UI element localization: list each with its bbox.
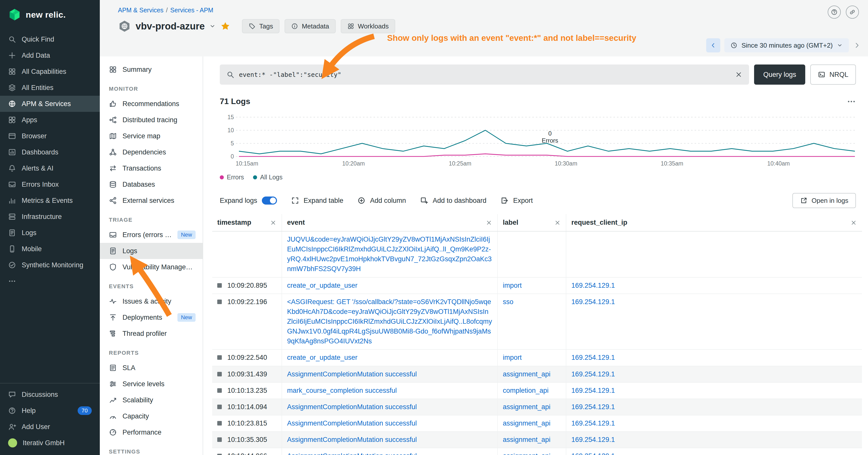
column-header-event[interactable]: event — [282, 214, 497, 231]
sidebar-item-errors-inbox[interactable]: Errors Inbox — [0, 176, 100, 193]
sidebar-item-logs[interactable]: Logs — [0, 225, 100, 241]
tags-chip[interactable]: Tags — [242, 19, 279, 33]
entity-switcher-chevron-icon[interactable] — [209, 23, 216, 30]
column-header-timestamp[interactable]: timestamp — [212, 214, 282, 231]
log-row[interactable]: 10:09:31.439AssignmentCompletionMutation… — [212, 366, 862, 383]
sidebar-item-help[interactable]: Help70 — [0, 402, 100, 419]
expand-table-button[interactable]: Expand table — [291, 196, 343, 204]
subnav-item-vulnerability-management[interactable]: Vulnerability Management — [100, 259, 203, 275]
log-event-link[interactable]: mark_course_completion successful — [287, 387, 397, 394]
sidebar-item-apm-services[interactable]: APM & Services — [0, 96, 100, 112]
query-logs-button[interactable]: Query logs — [754, 65, 805, 85]
log-label-link[interactable]: assignment_api — [503, 452, 551, 455]
subnav-item-service-map[interactable]: Service map — [100, 128, 203, 144]
log-row[interactable]: 10:09:20.895create_or_update_userimport1… — [212, 278, 862, 294]
subnav-item-distributed-tracing[interactable]: Distributed tracing — [100, 112, 203, 128]
newrelic-logo[interactable]: new relic. — [0, 0, 100, 31]
metadata-chip[interactable]: Metadata — [284, 19, 336, 33]
log-ip-link[interactable]: 169.254.129.1 — [571, 354, 615, 361]
log-label-link[interactable]: assignment_api — [503, 370, 551, 378]
row-handle-icon[interactable] — [217, 299, 222, 304]
remove-column-icon[interactable] — [554, 220, 561, 226]
row-handle-icon[interactable] — [217, 437, 222, 442]
log-ip-link[interactable]: 169.254.129.1 — [571, 282, 615, 289]
subnav-item-deployments[interactable]: DeploymentsNew — [100, 310, 203, 325]
time-back-button[interactable] — [706, 38, 720, 53]
log-event-link[interactable]: AssignmentCompletionMutation successful — [287, 420, 417, 427]
time-range-dropdown[interactable]: Since 30 minutes ago (GMT+2) — [724, 38, 849, 53]
row-handle-icon[interactable] — [217, 404, 222, 409]
row-handle-icon[interactable] — [217, 355, 222, 360]
sidebar-item-dots[interactable] — [0, 273, 100, 289]
log-label-link[interactable]: sso — [503, 298, 514, 305]
log-ip-link[interactable]: 169.254.129.1 — [571, 298, 615, 305]
subnav-item-summary[interactable]: Summary — [100, 62, 203, 77]
log-ip-link[interactable]: 169.254.129.1 — [571, 420, 615, 427]
row-handle-icon[interactable] — [217, 283, 222, 288]
subnav-item-service-levels[interactable]: Service levels — [100, 376, 203, 392]
column-header-label[interactable]: label — [497, 214, 566, 231]
legend-all-logs[interactable]: All Logs — [253, 173, 282, 181]
row-handle-icon[interactable] — [217, 388, 222, 393]
subnav-item-issues-activity[interactable]: Issues & activity — [100, 293, 203, 310]
log-event-link[interactable]: create_or_update_user — [287, 282, 358, 289]
log-ip-link[interactable]: 169.254.129.1 — [571, 403, 615, 411]
log-ip-link[interactable]: 169.254.129.1 — [571, 370, 615, 378]
add-to-dashboard-button[interactable]: Add to dashboard — [420, 196, 487, 204]
log-row[interactable]: 10:09:22.196<ASGIRequest: GET '/sso/call… — [212, 294, 862, 350]
log-row[interactable]: 10:09:22.540create_or_update_userimport1… — [212, 350, 862, 366]
log-label-link[interactable]: import — [503, 354, 522, 361]
favorite-star-icon[interactable] — [220, 21, 230, 31]
log-row[interactable]: JUQVU&code=eyJraWQiOiJjcGltY29yZV8wOTl1M… — [212, 231, 862, 278]
log-label-link[interactable]: assignment_api — [503, 436, 551, 444]
row-handle-icon[interactable] — [217, 421, 222, 425]
log-event-link[interactable]: JUQVU&code=eyJraWQiOiJjcGltY29yZV8wOTl1M… — [287, 235, 492, 272]
help-circle-button[interactable] — [828, 5, 841, 19]
log-row[interactable]: 10:10:35.305AssignmentCompletionMutation… — [212, 431, 862, 448]
clear-search-icon[interactable] — [735, 71, 743, 78]
log-event-link[interactable]: AssignmentCompletionMutation successful — [287, 370, 417, 378]
row-handle-icon[interactable] — [217, 372, 222, 377]
subnav-item-errors-errors-inb[interactable]: Errors (errors inb...New — [100, 227, 203, 243]
legend-errors[interactable]: Errors — [220, 173, 244, 181]
permalink-button[interactable] — [846, 5, 859, 19]
subnav-item-scalability[interactable]: Scalability — [100, 392, 203, 408]
sidebar-item-mobile[interactable]: Mobile — [0, 241, 100, 257]
sidebar-item-iterativ-gmbh[interactable]: Iterativ GmbH — [0, 435, 100, 451]
subnav-item-thread-profiler[interactable]: Thread profiler — [100, 325, 203, 342]
log-event-link[interactable]: create_or_update_user — [287, 354, 358, 361]
log-event-link[interactable]: AssignmentCompletionMutation successful — [287, 452, 417, 455]
subnav-item-dependencies[interactable]: Dependencies — [100, 144, 203, 160]
row-handle-icon[interactable] — [217, 454, 222, 455]
subnav-item-logs[interactable]: Logs — [100, 243, 203, 259]
sidebar-item-discussions[interactable]: Discussions — [0, 387, 100, 402]
open-in-logs-button[interactable]: Open in logs — [793, 193, 856, 208]
sidebar-item-infrastructure[interactable]: Infrastructure — [0, 208, 100, 225]
log-label-link[interactable]: completion_api — [503, 387, 549, 394]
log-event-link[interactable]: AssignmentCompletionMutation successful — [287, 403, 417, 411]
log-event-link[interactable]: AssignmentCompletionMutation successful — [287, 436, 417, 444]
subnav-item-transactions[interactable]: Transactions — [100, 160, 203, 176]
subnav-item-recommendations[interactable]: Recommendations — [100, 96, 203, 112]
chart-menu-icon[interactable] — [847, 97, 856, 106]
log-ip-link[interactable]: 169.254.129.1 — [571, 387, 615, 394]
time-forward-button[interactable] — [853, 41, 861, 50]
workloads-chip[interactable]: Workloads — [341, 19, 395, 33]
subnav-item-capacity[interactable]: Capacity — [100, 408, 203, 424]
sidebar-item-all-capabilities[interactable]: All Capabilities — [0, 64, 100, 79]
sidebar-item-all-entities[interactable]: All Entities — [0, 79, 100, 96]
log-label-link[interactable]: import — [503, 282, 522, 289]
remove-column-icon[interactable] — [850, 220, 857, 226]
sidebar-item-add-user[interactable]: Add User — [0, 419, 100, 435]
log-ip-link[interactable]: 169.254.129.1 — [571, 436, 615, 444]
add-column-button[interactable]: Add column — [358, 196, 406, 204]
log-row[interactable]: 10:10:23.815AssignmentCompletionMutation… — [212, 415, 862, 431]
subnav-item-external-services[interactable]: External services — [100, 193, 203, 208]
log-row[interactable]: 10:10:44.066AssignmentCompletionMutation… — [212, 448, 862, 455]
log-label-link[interactable]: assignment_api — [503, 420, 551, 427]
remove-column-icon[interactable] — [270, 220, 277, 226]
subnav-item-databases[interactable]: Databases — [100, 176, 203, 193]
export-button[interactable]: Export — [500, 196, 533, 204]
log-label-link[interactable]: assignment_api — [503, 403, 551, 411]
sidebar-item-browser[interactable]: Browser — [0, 128, 100, 144]
